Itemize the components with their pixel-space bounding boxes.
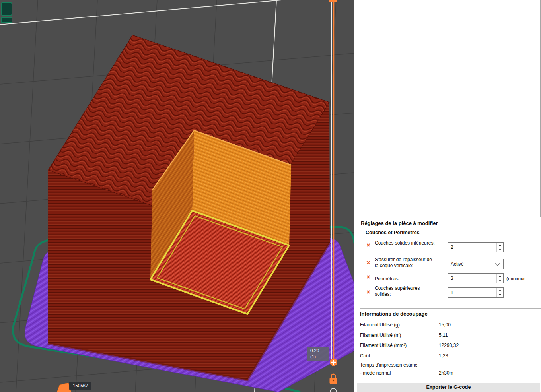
info-row-filament-m: Filament Utilisé (m)5,11: [360, 330, 459, 340]
right-panel: Réglages de la pièce à modifier Couches …: [354, 0, 541, 392]
spinner-value: 1: [448, 290, 496, 295]
bottom-solid-layers-spinner[interactable]: 2: [448, 242, 504, 252]
settings-empty-area: [357, 0, 541, 217]
info-row-print-time-header: Temps d'impression estimé:: [360, 361, 459, 369]
spinner-value: 2: [448, 245, 496, 250]
ensure-vertical-shell-select[interactable]: Activé: [448, 259, 504, 269]
scene-canvas[interactable]: [0, 0, 354, 392]
chevron-down-icon: [495, 261, 500, 266]
spinner-up-icon[interactable]: [497, 288, 503, 293]
remove-override-icon[interactable]: ×: [365, 289, 372, 295]
spinner-down-icon[interactable]: [497, 278, 503, 283]
info-row-filament-mm3: Filament Utilisé (mm³)12293,32: [360, 340, 459, 351]
layer-height-badge: 0.20 (1): [307, 347, 329, 361]
remove-override-icon[interactable]: ×: [365, 242, 372, 248]
setting-label-top-solid-layers: Couches supérieures solides:: [375, 285, 437, 297]
viewport-3d[interactable]: 0.20 (1) 150567: [0, 0, 354, 392]
sliced-info-title: Informations de découpage: [360, 311, 428, 317]
layer-index-value: (1): [310, 354, 329, 360]
group-title: Couches et Périmètres: [364, 230, 421, 235]
feature-id-badge: 150567: [69, 382, 91, 390]
setting-label-ensure-vertical-shell: S'assurer de l'épaisseur de la coque ver…: [375, 257, 437, 269]
info-row-filament-g: Filament Utilisé (g)15,00: [360, 320, 459, 330]
panel-title: Réglages de la pièce à modifier: [361, 220, 438, 226]
spinner-up-icon[interactable]: [497, 274, 503, 278]
perimeters-spinner[interactable]: 3: [448, 273, 504, 283]
top-solid-layers-spinner[interactable]: 1: [448, 287, 504, 298]
bed-corner-marker: [1, 3, 12, 23]
spinner-value: 3: [448, 276, 496, 281]
spinner-down-icon[interactable]: [497, 247, 503, 252]
remove-override-icon[interactable]: ×: [365, 260, 372, 266]
spinner-up-icon[interactable]: [497, 243, 503, 247]
slicer-window: 0.20 (1) 150567 Réglages de la pièce à m…: [0, 0, 541, 392]
perimeters-suffix-label: (minimur: [506, 276, 525, 281]
layer-height-value: 0.20: [310, 348, 329, 354]
info-row-cost: Coût1,23: [360, 351, 459, 361]
info-row-normal-mode: - mode normal2h30m: [360, 369, 459, 377]
slider-add-layer-button[interactable]: [330, 359, 337, 366]
export-gcode-button[interactable]: Exporter le G-code: [357, 383, 540, 392]
setting-label-perimeters: Périmètres:: [375, 276, 437, 282]
remove-override-icon[interactable]: ×: [365, 274, 372, 280]
spinner-down-icon[interactable]: [497, 293, 503, 297]
sliced-info-list: Filament Utilisé (g)15,00 Filament Utili…: [360, 320, 459, 377]
select-value: Activé: [448, 261, 496, 267]
setting-label-bottom-solid-layers: Couches solides inférieures:: [375, 240, 437, 246]
slider-top-handle[interactable]: [329, 0, 337, 2]
layers-perimeters-group: Couches et Périmètres × Couches solides …: [360, 233, 541, 309]
